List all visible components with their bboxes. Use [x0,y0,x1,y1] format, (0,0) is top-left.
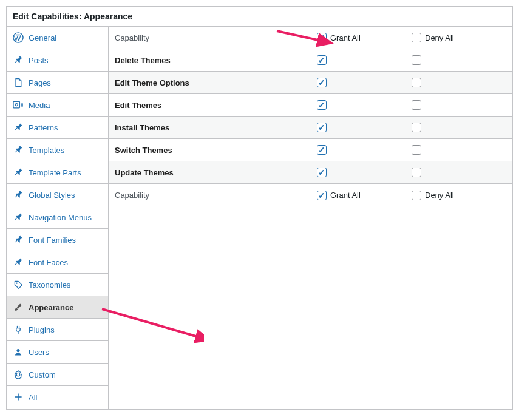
pin-icon [13,122,24,133]
svg-rect-1 [15,61,18,63]
sidebar-item-label: Global Styles [29,191,75,200]
grant-checkbox[interactable] [317,100,327,110]
sidebar-item-label: Taxonomies [29,280,70,290]
capability-label: Switch Themes [115,146,317,155]
sidebar-item-pages[interactable]: Pages [7,72,108,94]
deny-column [412,145,506,155]
capability-table: Capability Grant All Deny All Delete The… [109,27,512,409]
grant-checkbox[interactable] [317,78,327,87]
sidebar-item-label: All [29,393,37,402]
sidebar-item-templates[interactable]: Templates [7,139,108,161]
deny-checkbox[interactable] [412,100,421,110]
sidebar-item-patterns[interactable]: Patterns [7,117,108,139]
capability-label: Install Themes [115,123,317,132]
sidebar: GeneralPostsPagesMediaPatternsTemplatesT… [7,27,109,409]
grant-column [317,78,412,87]
pin-icon [13,257,24,268]
deny-all-label: Deny All [425,33,454,42]
sidebar-item-font-faces[interactable]: Font Faces [7,251,108,274]
capability-row: Edit Theme Options [109,72,512,94]
grant-column [317,123,412,132]
sidebar-item-plugins[interactable]: Plugins [7,319,108,341]
panel-body: GeneralPostsPagesMediaPatternsTemplatesT… [7,27,512,409]
media-icon [13,100,24,110]
sidebar-item-taxonomies[interactable]: Taxonomies [7,274,108,296]
sidebar-item-template-parts[interactable]: Template Parts [7,161,108,184]
capability-footer: Capability [115,191,317,200]
svg-point-3 [15,104,18,106]
capabilities-panel: Edit Capabilities: Appearance GeneralPos… [6,6,513,410]
sidebar-item-label: Navigation Menus [29,213,92,222]
deny-column [412,78,506,87]
grant-column [317,55,412,65]
table-header-row: Capability Grant All Deny All [109,27,512,49]
user-icon [13,347,24,357]
deny-checkbox[interactable] [412,145,421,155]
capability-row: Install Themes [109,117,512,139]
capability-label: Update Themes [115,168,317,177]
grant-all-label-footer: Grant All [330,191,361,200]
plus-icon [13,391,24,402]
sidebar-item-media[interactable]: Media [7,94,108,117]
sidebar-item-label: Plugins [29,325,55,334]
capability-row: Delete Themes [109,49,512,72]
gear-icon [13,369,24,380]
pin-icon [13,234,24,245]
grant-checkbox[interactable] [317,123,327,132]
panel-title: Edit Capabilities: Appearance [7,7,512,27]
sidebar-item-custom[interactable]: Custom [7,364,108,386]
sidebar-item-label: Font Families [29,235,76,245]
sidebar-item-all[interactable]: All [7,386,108,408]
capability-label: Edit Theme Options [115,78,317,87]
svg-rect-7 [15,195,18,198]
deny-column [412,168,506,177]
deny-checkbox[interactable] [412,78,421,87]
deny-column [412,100,506,110]
capability-row: Edit Themes [109,94,512,117]
sidebar-item-global-styles[interactable]: Global Styles [7,184,108,206]
sidebar-item-navigation-menus[interactable]: Navigation Menus [7,206,108,229]
capability-header: Capability [115,33,317,42]
deny-checkbox[interactable] [412,123,421,132]
grant-checkbox[interactable] [317,145,327,155]
brush-icon [13,302,24,313]
grant-all-footer: Grant All [317,191,412,200]
sidebar-item-users[interactable]: Users [7,341,108,364]
capability-row: Update Themes [109,161,512,184]
capability-label: Edit Themes [115,101,317,110]
wordpress-icon [13,32,24,43]
table-footer-row: Capability Grant All Deny All [109,184,512,206]
grant-checkbox[interactable] [317,55,327,65]
deny-all-header: Deny All [412,33,506,42]
sidebar-item-label: Patterns [29,123,58,132]
deny-checkbox[interactable] [412,168,421,177]
sidebar-item-posts[interactable]: Posts [7,49,108,72]
svg-point-11 [16,282,17,283]
grant-all-checkbox-footer[interactable] [317,191,327,200]
sidebar-item-general[interactable]: General [7,27,108,49]
grant-all-label: Grant All [330,33,361,42]
pin-icon [13,189,24,200]
sidebar-item-label: Media [29,101,50,110]
grant-all-checkbox[interactable] [317,33,327,42]
capability-row: Switch Themes [109,139,512,161]
sidebar-item-label: Appearance [29,303,73,312]
deny-all-checkbox[interactable] [412,33,421,42]
pin-icon [13,212,24,223]
svg-rect-2 [13,101,19,107]
sidebar-item-label: Pages [29,78,51,87]
deny-checkbox[interactable] [412,55,421,65]
sidebar-item-label: Custom [29,370,56,379]
deny-all-footer: Deny All [412,191,506,200]
grant-checkbox[interactable] [317,168,327,177]
grant-column [317,168,412,177]
page-icon [13,77,24,88]
sidebar-item-label: Templates [29,146,64,155]
deny-column [412,123,506,132]
svg-rect-5 [15,151,18,153]
svg-point-12 [16,349,19,352]
sidebar-item-appearance[interactable]: Appearance [7,296,108,319]
sidebar-item-font-families[interactable]: Font Families [7,229,108,251]
svg-rect-4 [15,128,18,130]
deny-all-checkbox-footer[interactable] [412,191,421,200]
